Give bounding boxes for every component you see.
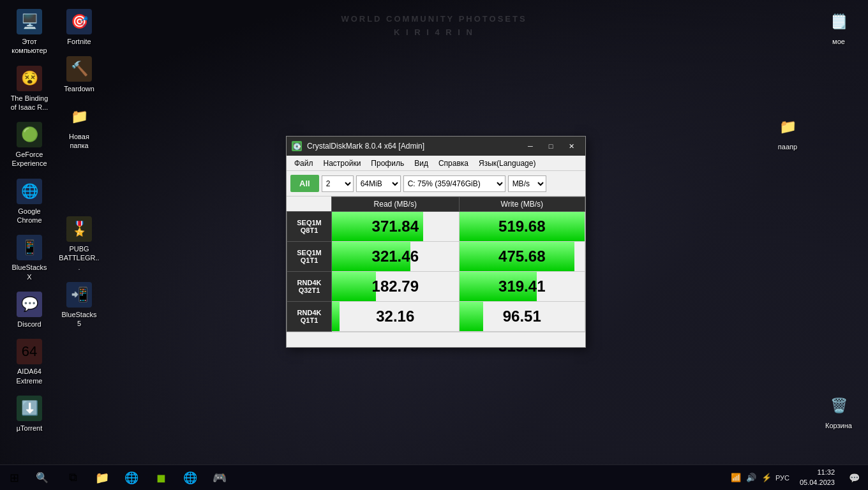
fortnite-icon: 🎯 bbox=[66, 9, 92, 34]
taskbar-running-apps: ⧉ 📁 🌐 ◼ 🌐 🎮 bbox=[56, 465, 236, 491]
folder-tr-icon: 📁 bbox=[775, 114, 800, 140]
icon-binding-of-isaac[interactable]: 😵 The Bindingof Isaac R... bbox=[6, 63, 52, 115]
menu-bar: Файл Настройки Профиль Вид Справка Язык(… bbox=[287, 156, 585, 171]
menu-language[interactable]: Язык(Language) bbox=[474, 158, 541, 169]
window-app-icon: 💽 bbox=[292, 141, 302, 151]
teardown-icon: 🔨 bbox=[66, 56, 92, 82]
read-value-3: 32.16 bbox=[332, 302, 460, 332]
menu-help[interactable]: Справка bbox=[433, 158, 474, 169]
close-button[interactable]: ✕ bbox=[562, 140, 580, 152]
col-header-write: Write (MB/s) bbox=[459, 197, 585, 212]
icon-discord[interactable]: 💬 Discord bbox=[6, 289, 52, 331]
read-value-2: 182.79 bbox=[332, 272, 460, 302]
icon-bluestacks-x[interactable]: 📱 BlueStacks X bbox=[6, 232, 52, 284]
drive-select[interactable]: C: 75% (359/476GiB) bbox=[403, 175, 505, 192]
tray-language[interactable]: РУС bbox=[775, 474, 789, 482]
tray-wifi[interactable]: 📶 bbox=[730, 471, 742, 484]
window-title: CrystalDiskMark 8.0.4 x64 [Admin] bbox=[307, 142, 516, 151]
start-button[interactable]: ⊞ bbox=[0, 465, 28, 491]
icon-geforce[interactable]: 🟢 GeForceExperience bbox=[6, 119, 52, 171]
icon-trash[interactable]: 🗑️ Корзина bbox=[816, 390, 862, 433]
bluestacks-x-icon: 📱 bbox=[17, 235, 42, 260]
window-controls: ─ □ ✕ bbox=[521, 140, 580, 152]
row-label-0: SEQ1MQ8T1 bbox=[287, 212, 332, 242]
window-titlebar: 💽 CrystalDiskMark 8.0.4 x64 [Admin] ─ □ … bbox=[287, 137, 585, 156]
taskbar-task-manager[interactable]: ⧉ bbox=[59, 465, 87, 491]
clock-time: 11:32 bbox=[800, 468, 835, 477]
tray-battery[interactable]: ⚡ bbox=[760, 471, 773, 484]
binding-isaac-icon: 😵 bbox=[17, 66, 42, 91]
benchmark-row-3: RND4KQ1T1 32.16 96.51 bbox=[287, 302, 585, 332]
read-value-1: 321.46 bbox=[332, 242, 460, 272]
minimize-button[interactable]: ─ bbox=[521, 140, 539, 152]
row-label-3: RND4KQ1T1 bbox=[287, 302, 332, 332]
taskbar-app6[interactable]: 🎮 bbox=[206, 465, 234, 491]
taskbar-chrome[interactable]: 🌐 bbox=[117, 465, 146, 491]
all-button[interactable]: All bbox=[290, 175, 319, 192]
icon-utorrent[interactable]: ⬇️ µTorrent bbox=[6, 393, 52, 435]
icon-this-pc[interactable]: 🖥️ Этоткомпьютер bbox=[6, 6, 52, 58]
clock-date: 05.04.2023 bbox=[800, 478, 835, 487]
unit-select[interactable]: MB/sGB/s bbox=[508, 175, 546, 192]
moe-icon: 🗒️ bbox=[826, 9, 851, 34]
benchmark-row-1: SEQ1MQ1T1 321.46 475.68 bbox=[287, 242, 585, 272]
utorrent-icon: ⬇️ bbox=[17, 396, 42, 421]
tray-sound[interactable]: 🔊 bbox=[745, 471, 758, 484]
icon-folder-tr[interactable]: 📁 паапр bbox=[765, 112, 811, 154]
col-header-label bbox=[287, 197, 332, 212]
icon-new-folder[interactable]: 📁 Новая папка bbox=[56, 101, 102, 153]
cdm-window: 💽 CrystalDiskMark 8.0.4 x64 [Admin] ─ □ … bbox=[286, 136, 586, 348]
bluestacks5-icon: 📲 bbox=[66, 282, 92, 308]
icon-col-1: 🖥️ Этоткомпьютер 😵 The Bindingof Isaac R… bbox=[6, 6, 52, 435]
taskbar-file-explorer[interactable]: 📁 bbox=[88, 465, 116, 491]
benchmark-row-0: SEQ1MQ8T1 371.84 519.68 bbox=[287, 212, 585, 242]
system-tray: 📶 🔊 ⚡ РУС bbox=[724, 471, 795, 484]
discord-icon: 💬 bbox=[17, 292, 42, 317]
trash-icon: 🗑️ bbox=[826, 393, 851, 419]
count-select[interactable]: 235 bbox=[322, 175, 354, 192]
menu-profile[interactable]: Профиль bbox=[366, 158, 409, 169]
read-value-0: 371.84 bbox=[332, 212, 460, 242]
toolbar: All 235 64MiB128MiB256MiB C: 75% (359/47… bbox=[287, 171, 585, 197]
write-value-2: 319.41 bbox=[459, 272, 585, 302]
status-bar bbox=[287, 332, 585, 347]
notification-button[interactable]: 💬 bbox=[840, 465, 868, 491]
system-clock[interactable]: 11:32 05.04.2023 bbox=[795, 468, 840, 487]
write-value-3: 96.51 bbox=[459, 302, 585, 332]
icon-bluestacks5[interactable]: 📲 BlueStacks 5 bbox=[56, 279, 102, 331]
col-header-read: Read (MB/s) bbox=[332, 197, 460, 212]
geforce-icon: 🟢 bbox=[17, 122, 42, 147]
menu-view[interactable]: Вид bbox=[409, 158, 433, 169]
pubg-icon: 🎖️ bbox=[66, 216, 92, 242]
taskbar: ⊞ 🔍 ⧉ 📁 🌐 ◼ 🌐 🎮 📶 🔊 ⚡ РУС 11:32 05.04.20… bbox=[0, 464, 868, 490]
taskbar-nvidia[interactable]: ◼ bbox=[147, 465, 175, 491]
row-label-1: SEQ1MQ1T1 bbox=[287, 242, 332, 272]
new-folder-icon: 📁 bbox=[66, 104, 92, 130]
icon-chrome[interactable]: 🌐 GoogleChrome bbox=[6, 176, 52, 228]
icon-col-2: 🎯 Fortnite 🔨 Teardown 📁 Новая папка 🎖️ P… bbox=[56, 6, 102, 331]
taskbar-chrome2[interactable]: 🌐 bbox=[176, 465, 204, 491]
data-table-container: Read (MB/s) Write (MB/s) SEQ1MQ8T1 371.8… bbox=[287, 197, 585, 332]
taskbar-right-area: 📶 🔊 ⚡ РУС 11:32 05.04.2023 💬 bbox=[724, 465, 868, 491]
icon-pubg[interactable]: 🎖️ PUBGBATTLEGR... bbox=[56, 214, 102, 274]
icon-aida64[interactable]: 64 AIDA64Extreme bbox=[6, 336, 52, 388]
menu-settings[interactable]: Настройки bbox=[318, 158, 366, 169]
icon-moe[interactable]: 🗒️ мое bbox=[816, 6, 862, 48]
icon-teardown[interactable]: 🔨 Teardown bbox=[56, 54, 102, 96]
icon-fortnite[interactable]: 🎯 Fortnite bbox=[56, 6, 102, 48]
benchmark-table: Read (MB/s) Write (MB/s) SEQ1MQ8T1 371.8… bbox=[287, 197, 585, 332]
size-select[interactable]: 64MiB128MiB256MiB bbox=[356, 175, 401, 192]
write-value-0: 519.68 bbox=[459, 212, 585, 242]
maximize-button[interactable]: □ bbox=[542, 140, 560, 152]
write-value-1: 475.68 bbox=[459, 242, 585, 272]
this-pc-icon: 🖥️ bbox=[17, 9, 42, 34]
aida64-icon: 64 bbox=[17, 339, 42, 364]
menu-file[interactable]: Файл bbox=[289, 158, 318, 169]
row-label-2: RND4KQ32T1 bbox=[287, 272, 332, 302]
chrome-icon: 🌐 bbox=[17, 179, 42, 204]
search-button[interactable]: 🔍 bbox=[28, 465, 56, 491]
benchmark-row-2: RND4KQ32T1 182.79 319.41 bbox=[287, 272, 585, 302]
